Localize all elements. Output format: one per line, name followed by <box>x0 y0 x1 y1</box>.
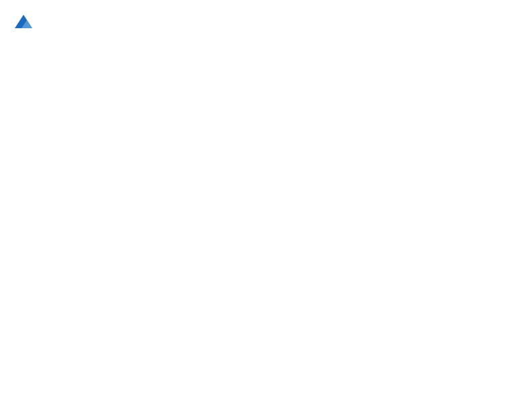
header <box>13 13 519 34</box>
logo-icon <box>13 13 34 34</box>
logo <box>13 13 36 34</box>
